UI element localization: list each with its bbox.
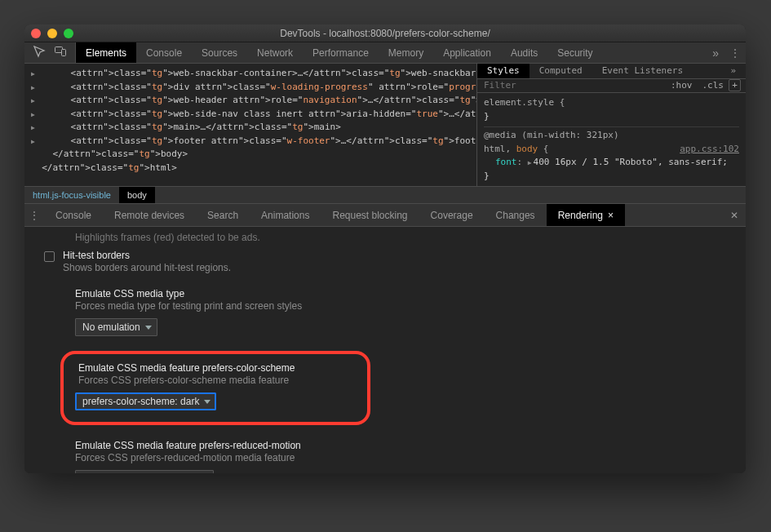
media-type-sub: Forces media type for testing print and … <box>75 300 734 312</box>
toggle-cls-button[interactable]: .cls <box>698 80 729 91</box>
source-link[interactable]: app.css:102 <box>680 143 739 157</box>
main-tab-console[interactable]: Console <box>136 42 192 63</box>
inspect-element-icon[interactable] <box>29 42 49 63</box>
main-tabs: ElementsConsoleSourcesNetworkPerformance… <box>76 42 603 63</box>
main-tab-sources[interactable]: Sources <box>192 42 247 63</box>
rule-selector: html, <box>484 144 516 154</box>
styles-body[interactable]: element.style { } @media (min-width: 321… <box>477 93 746 186</box>
breadcrumb-item[interactable]: html.js-focus-visible <box>24 187 119 203</box>
media-type-select[interactable]: No emulation <box>75 318 157 336</box>
styles-tab-event-listeners[interactable]: Event Listeners <box>592 64 693 78</box>
main-tab-elements[interactable]: Elements <box>76 42 136 63</box>
breadcrumb-item[interactable]: body <box>119 187 155 203</box>
main-tab-network[interactable]: Network <box>247 42 303 63</box>
rendering-panel[interactable]: Highlights frames (red) detected to be a… <box>24 227 746 473</box>
elements-split: <attrn">class="tg">web-snackbar-containe… <box>24 64 746 186</box>
reduced-motion-title: Emulate CSS media feature prefers-reduce… <box>75 440 734 451</box>
main-tab-application[interactable]: Application <box>433 42 501 63</box>
titlebar: DevTools - localhost:8080/prefers-color-… <box>24 24 746 42</box>
hit-test-sub: Shows borders around hit-test regions. <box>63 262 231 273</box>
drawer-tabs: ⋮ ConsoleRemote devicesSearchAnimationsR… <box>24 204 746 227</box>
main-tab-memory[interactable]: Memory <box>379 42 433 63</box>
prop-name[interactable]: font <box>495 157 517 167</box>
main-tab-audits[interactable]: Audits <box>501 42 547 63</box>
window-title: DevTools - localhost:8080/prefers-color-… <box>24 28 746 39</box>
styles-tabs-overflow-icon[interactable]: » <box>720 64 746 78</box>
drawer-tab-animations[interactable]: Animations <box>250 204 321 226</box>
dom-node[interactable]: </attrn">class="tg">body> <box>31 148 470 162</box>
styles-tab-styles[interactable]: Styles <box>477 64 530 78</box>
inspect-tools <box>24 42 76 63</box>
drawer-tab-search[interactable]: Search <box>196 204 250 226</box>
styles-filter-input[interactable] <box>477 80 666 91</box>
close-tab-icon[interactable]: × <box>608 210 614 221</box>
drawer-tab-rendering[interactable]: Rendering× <box>547 204 625 226</box>
dom-node[interactable]: <attrn">class="tg">div attrn">class="w-l… <box>31 81 470 95</box>
tabs-overflow-icon[interactable]: » <box>712 47 719 60</box>
hit-test-borders-checkbox[interactable] <box>44 251 55 262</box>
main-toolbar: ElementsConsoleSourcesNetworkPerformance… <box>24 42 746 64</box>
drawer-tab-coverage[interactable]: Coverage <box>419 204 485 226</box>
prefers-color-scheme-callout: Emulate CSS media feature prefers-color-… <box>60 351 370 425</box>
element-style-selector: element.style { <box>484 97 565 108</box>
device-toolbar-icon[interactable] <box>51 42 70 63</box>
drawer-tab-console[interactable]: Console <box>44 204 103 226</box>
hit-test-title: Hit-test borders <box>63 250 231 261</box>
dom-tree[interactable]: <attrn">class="tg">web-snackbar-containe… <box>24 64 476 186</box>
dom-node[interactable]: <attrn">class="tg">web-header attrn">rol… <box>31 94 470 108</box>
styles-tab-computed[interactable]: Computed <box>530 64 592 78</box>
dom-node[interactable]: <attrn">class="tg">web-snackbar-containe… <box>31 67 470 81</box>
styles-tabs: StylesComputedEvent Listeners» <box>477 64 746 79</box>
color-scheme-sub: Forces CSS prefers-color-scheme media fe… <box>78 375 356 386</box>
settings-menu-icon[interactable]: ⋮ <box>730 47 739 59</box>
reduced-motion-sub: Forces CSS prefers-reduced-motion media … <box>75 452 734 463</box>
toggle-hov-button[interactable]: :hov <box>666 80 698 91</box>
drawer-tab-request-blocking[interactable]: Request blocking <box>321 204 419 226</box>
close-brace: } <box>484 111 490 122</box>
main-tab-security[interactable]: Security <box>547 42 602 63</box>
media-type-value: No emulation <box>82 321 140 333</box>
media-query-text: @media (min-width: 321px) <box>484 130 619 140</box>
dom-node[interactable]: <attrn">class="tg">footer attrn">class="… <box>31 135 470 149</box>
color-scheme-select[interactable]: prefers-color-scheme: dark <box>75 392 216 410</box>
drawer-tab-remote-devices[interactable]: Remote devices <box>103 204 196 226</box>
color-scheme-title: Emulate CSS media feature prefers-color-… <box>78 362 356 374</box>
drawer-tab-changes[interactable]: Changes <box>485 204 547 226</box>
svg-rect-1 <box>62 50 66 56</box>
styles-sidebar: StylesComputedEvent Listeners» :hov .cls… <box>476 64 746 186</box>
devtools-window: DevTools - localhost:8080/prefers-color-… <box>24 24 746 473</box>
faded-previous-option: Highlights frames (red) detected to be a… <box>44 232 734 243</box>
breadcrumb: html.js-focus-visiblebody <box>24 186 746 204</box>
reduced-motion-select[interactable]: No emulation <box>75 470 214 473</box>
styles-filter-bar: :hov .cls + <box>477 79 746 93</box>
dom-node[interactable]: <attrn">class="tg">web-side-nav class in… <box>31 108 470 122</box>
new-style-rule-button[interactable]: + <box>729 79 741 91</box>
media-type-title: Emulate CSS media type <box>75 288 734 299</box>
main-tab-performance[interactable]: Performance <box>303 42 379 63</box>
color-scheme-value: prefers-color-scheme: dark <box>82 396 199 407</box>
dom-node[interactable]: </attrn">class="tg">html> <box>31 162 470 175</box>
prop-value[interactable]: 400 16px / 1.5 "Roboto", sans-serif; <box>534 157 728 167</box>
dom-node[interactable]: <attrn">class="tg">main>…</attrn">class=… <box>31 121 470 135</box>
drawer-menu-icon[interactable]: ⋮ <box>24 204 44 226</box>
drawer-close-button[interactable]: ✕ <box>723 204 746 226</box>
